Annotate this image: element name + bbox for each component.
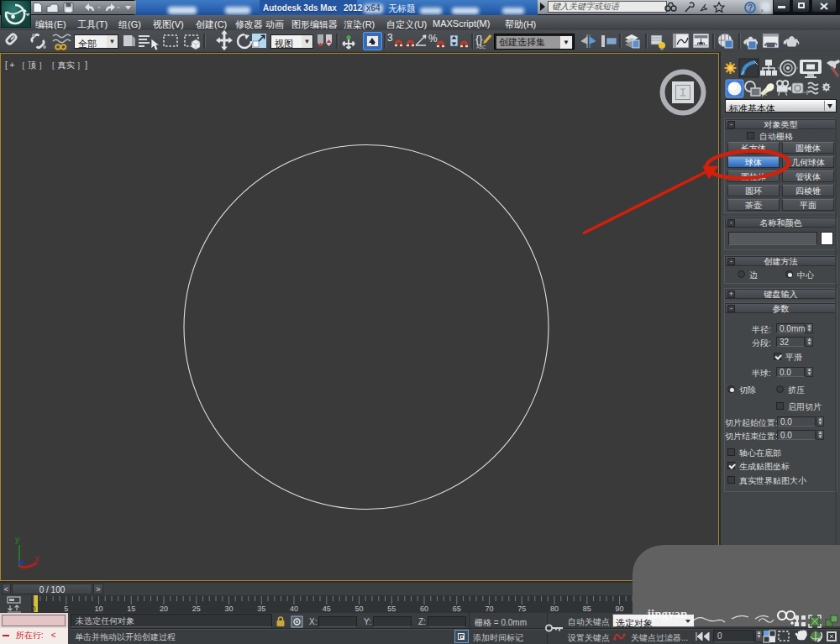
svg-text:45: 45 <box>323 605 331 613</box>
svg-text:{}: {} <box>475 33 483 45</box>
svg-text:5: 5 <box>64 605 68 613</box>
svg-text:40: 40 <box>290 605 298 613</box>
svg-text:30: 30 <box>224 605 233 613</box>
svg-text:80: 80 <box>550 605 559 613</box>
svg-text:25: 25 <box>192 605 201 613</box>
svg-text:jingyan: jingyan <box>646 607 688 620</box>
svg-text:90: 90 <box>615 605 623 613</box>
svg-text:55: 55 <box>387 605 396 613</box>
svg-text:50: 50 <box>354 605 363 613</box>
svg-text:65: 65 <box>453 605 461 613</box>
svg-text:3: 3 <box>387 32 393 44</box>
svg-text:60: 60 <box>420 605 428 613</box>
svg-text:15: 15 <box>127 605 135 613</box>
svg-text:y: y <box>15 534 20 544</box>
svg-text:ABC: ABC <box>476 45 486 50</box>
svg-text:75: 75 <box>517 605 526 613</box>
svg-text:20: 20 <box>160 605 168 613</box>
svg-text:0: 0 <box>31 605 35 613</box>
svg-text:?: ? <box>748 3 753 13</box>
svg-text:%: % <box>428 33 438 45</box>
svg-text:x: x <box>34 553 39 563</box>
svg-text:10: 10 <box>94 605 102 613</box>
svg-text:85: 85 <box>583 605 591 613</box>
svg-text:70: 70 <box>485 605 493 613</box>
svg-text:35: 35 <box>257 605 265 613</box>
